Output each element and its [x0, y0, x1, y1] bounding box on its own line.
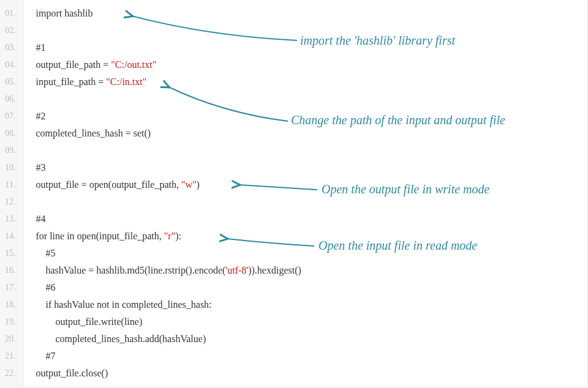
- line-number: 04.: [5, 56, 16, 73]
- code-line: output_file_path = "C:/out.txt": [36, 56, 588, 73]
- line-number: 10.: [5, 159, 16, 176]
- code-line: [36, 142, 588, 159]
- line-number: 02.: [5, 22, 16, 39]
- annotation-text: Open the output file in write mode: [322, 182, 489, 196]
- code-line: output_file = open(output_file_path, "w"…: [36, 176, 588, 193]
- line-number: 16.: [5, 262, 16, 279]
- code-line: #3: [36, 159, 588, 176]
- code-content: import hashlib #1 output_file_path = "C:…: [24, 0, 588, 387]
- line-number: 21.: [5, 348, 16, 365]
- code-line: for line in open(input_file_path, "r"):: [36, 228, 588, 245]
- line-number: 03.: [5, 39, 16, 56]
- code-line: output_file.write(line): [36, 313, 588, 330]
- line-number: 11.: [5, 176, 16, 193]
- line-number: 09.: [5, 142, 16, 159]
- code-line: completed_lines_hash.add(hashValue): [36, 330, 588, 348]
- code-line: #5: [36, 245, 588, 262]
- code-line: input_file_path = "C:/in.txt": [36, 73, 588, 91]
- line-number: 01.: [5, 5, 16, 22]
- line-number: 05.: [5, 73, 16, 91]
- line-number: 08.: [5, 125, 16, 142]
- code-line: #7: [36, 348, 588, 365]
- code-line: import hashlib: [36, 5, 588, 22]
- line-number: 14.: [5, 228, 16, 245]
- code-line: [36, 193, 588, 211]
- line-number: 15.: [5, 245, 16, 262]
- code-block: 01. 02. 03. 04. 05. 06. 07. 08. 09. 10. …: [0, 0, 588, 387]
- code-line: completed_lines_hash = set(): [36, 125, 588, 142]
- line-number-gutter: 01. 02. 03. 04. 05. 06. 07. 08. 09. 10. …: [0, 0, 24, 387]
- line-number: 20.: [5, 330, 16, 348]
- annotation-text: Open the input file in read mode: [318, 239, 477, 253]
- annotation-text: import the 'hashlib' library first: [300, 34, 455, 48]
- code-line: output_file.close(): [36, 365, 588, 382]
- code-line: #6: [36, 279, 588, 296]
- line-number: 13.: [5, 211, 16, 228]
- line-number: 19.: [5, 313, 16, 330]
- code-line: hashValue = hashlib.md5(line.rstrip().en…: [36, 262, 588, 279]
- code-line: [36, 91, 588, 108]
- code-line: if hashValue not in completed_lines_hash…: [36, 296, 588, 313]
- line-number: 12.: [5, 193, 16, 211]
- line-number: 07.: [5, 108, 16, 125]
- annotation-text: Change the path of the input and output …: [291, 113, 505, 127]
- line-number: 22.: [5, 365, 16, 382]
- line-number: 17.: [5, 279, 16, 296]
- code-line: #4: [36, 211, 588, 228]
- line-number: 06.: [5, 91, 16, 108]
- line-number: 18.: [5, 296, 16, 313]
